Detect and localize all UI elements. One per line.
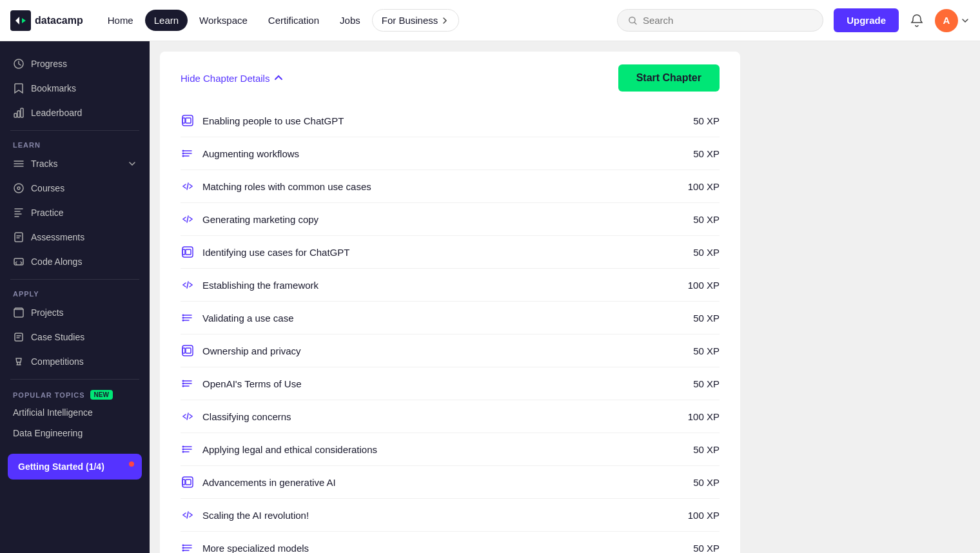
- lesson-item[interactable]: Advancements in generative AI 50 XP: [181, 466, 720, 499]
- lesson-item[interactable]: Classifying concerns 100 XP: [181, 400, 720, 433]
- code-alongs-label: Code Alongs: [31, 257, 82, 267]
- chevron-down-icon: [961, 16, 970, 25]
- search-input[interactable]: [643, 15, 812, 26]
- lesson-left: OpenAI's Terms of Use: [181, 376, 301, 391]
- lesson-item[interactable]: Ownership and privacy 50 XP: [181, 335, 720, 367]
- sidebar-divider-3: [10, 379, 139, 380]
- lesson-xp: 50 XP: [693, 148, 720, 159]
- lesson-type-icon: [181, 442, 195, 456]
- svg-point-14: [182, 150, 184, 152]
- sidebar-item-progress[interactable]: Progress: [0, 52, 150, 76]
- sidebar-item-projects[interactable]: Projects: [0, 300, 150, 325]
- main-content: Hide Chapter Details Start Chapter Enabl…: [150, 41, 980, 553]
- popular-topics-label: POPULAR TOPICS: [13, 391, 85, 399]
- svg-rect-33: [186, 480, 191, 485]
- code-alongs-icon: [13, 256, 24, 267]
- svg-point-7: [17, 187, 20, 189]
- case-studies-icon: [13, 331, 24, 343]
- getting-started-button[interactable]: Getting Started (1/4): [8, 454, 142, 480]
- upgrade-button[interactable]: Upgrade: [834, 8, 899, 32]
- content-card: Hide Chapter Details Start Chapter Enabl…: [160, 52, 740, 553]
- lesson-left: Classifying concerns: [181, 409, 291, 423]
- practice-label: Practice: [31, 208, 64, 218]
- nav-home[interactable]: Home: [99, 10, 142, 31]
- sidebar-item-assessments[interactable]: Assessments: [0, 225, 150, 249]
- nav-workspace[interactable]: Workspace: [190, 10, 257, 31]
- svg-point-36: [182, 547, 184, 549]
- nav-jobs[interactable]: Jobs: [331, 10, 369, 31]
- case-studies-label: Case Studies: [31, 332, 84, 342]
- lesson-type-icon: [181, 376, 195, 391]
- sidebar-item-case-studies[interactable]: Case Studies: [0, 325, 150, 349]
- projects-icon: [13, 307, 24, 318]
- progress-icon: [13, 58, 24, 70]
- courses-label: Courses: [31, 183, 64, 193]
- svg-rect-5: [21, 108, 23, 117]
- logo[interactable]: datacamp: [10, 10, 83, 31]
- lesson-type-icon: [181, 475, 195, 489]
- lesson-xp: 50 XP: [693, 543, 720, 554]
- lesson-item[interactable]: Augmenting workflows 50 XP: [181, 137, 720, 170]
- lesson-left: Scaling the AI revolution!: [181, 508, 309, 522]
- tracks-icon: [13, 158, 24, 170]
- courses-icon: [13, 182, 24, 194]
- lesson-title: OpenAI's Terms of Use: [202, 378, 301, 389]
- lesson-item[interactable]: Identifying use cases for ChatGPT 50 XP: [181, 236, 720, 269]
- lesson-item[interactable]: Scaling the AI revolution! 100 XP: [181, 499, 720, 532]
- nav-certification[interactable]: Certification: [259, 10, 328, 31]
- search-bar[interactable]: [617, 9, 823, 32]
- leaderboard-label: Leaderboard: [31, 108, 82, 118]
- svg-rect-8: [15, 233, 23, 242]
- getting-started-dot: [129, 461, 134, 467]
- hide-chapter-details-link[interactable]: Hide Chapter Details: [181, 73, 284, 84]
- avatar-wrapper[interactable]: A: [935, 9, 970, 32]
- lesson-item[interactable]: Enabling people to use ChatGPT 50 XP: [181, 104, 720, 137]
- lesson-item[interactable]: Establishing the framework 100 XP: [181, 269, 720, 302]
- lesson-type-icon: [181, 179, 195, 193]
- lesson-item[interactable]: Applying legal and ethical consideration…: [181, 433, 720, 466]
- sidebar-topic-de[interactable]: Data Engineering: [0, 423, 150, 443]
- sidebar-item-tracks[interactable]: Tracks: [0, 151, 150, 176]
- svg-point-6: [14, 184, 23, 193]
- lesson-xp: 50 XP: [693, 444, 720, 455]
- notification-bell[interactable]: [906, 10, 927, 31]
- lesson-xp: 50 XP: [693, 378, 720, 389]
- sidebar-item-bookmarks[interactable]: Bookmarks: [0, 76, 150, 101]
- svg-point-30: [182, 449, 184, 451]
- lesson-xp: 50 XP: [693, 313, 720, 324]
- lesson-left: Establishing the framework: [181, 278, 318, 292]
- svg-rect-3: [14, 113, 17, 117]
- search-icon: [628, 15, 638, 26]
- lesson-item[interactable]: Validating a use case 50 XP: [181, 302, 720, 335]
- sidebar-item-leaderboard[interactable]: Leaderboard: [0, 101, 150, 125]
- lesson-xp: 100 XP: [688, 181, 720, 192]
- svg-rect-10: [15, 333, 23, 341]
- lesson-left: Advancements in generative AI: [181, 475, 336, 489]
- leaderboard-icon: [13, 107, 24, 119]
- sidebar-item-competitions[interactable]: Competitions: [0, 349, 150, 374]
- lesson-title: Classifying concerns: [202, 411, 291, 422]
- sidebar-topic-ai[interactable]: Artificial Intelligence: [0, 402, 150, 423]
- lesson-type-icon: [181, 508, 195, 522]
- svg-point-20: [182, 315, 184, 316]
- lesson-item[interactable]: OpenAI's Terms of Use 50 XP: [181, 367, 720, 400]
- hide-details-label: Hide Chapter Details: [181, 73, 270, 84]
- start-chapter-button[interactable]: Start Chapter: [618, 64, 720, 92]
- lesson-title: Matching roles with common use cases: [202, 181, 371, 192]
- chapter-header: Hide Chapter Details Start Chapter: [181, 64, 720, 92]
- sidebar-item-code-alongs[interactable]: Code Alongs: [0, 249, 150, 274]
- lesson-item[interactable]: Generating marketing copy 50 XP: [181, 203, 720, 236]
- logo-text: datacamp: [35, 15, 83, 26]
- bookmarks-label: Bookmarks: [31, 83, 76, 93]
- nav-learn[interactable]: Learn: [145, 10, 188, 31]
- nav-for-business[interactable]: For Business: [372, 9, 460, 32]
- sidebar-item-practice[interactable]: Practice: [0, 200, 150, 225]
- lesson-type-icon: [181, 344, 195, 358]
- lesson-title: Scaling the AI revolution!: [202, 510, 309, 521]
- lesson-item[interactable]: More specialized models 50 XP: [181, 532, 720, 553]
- lesson-title: Identifying use cases for ChatGPT: [202, 247, 349, 258]
- lesson-item[interactable]: Matching roles with common use cases 100…: [181, 170, 720, 203]
- sidebar-item-courses[interactable]: Courses: [0, 176, 150, 200]
- chevron-up-icon: [273, 73, 284, 83]
- lesson-left: Ownership and privacy: [181, 344, 301, 358]
